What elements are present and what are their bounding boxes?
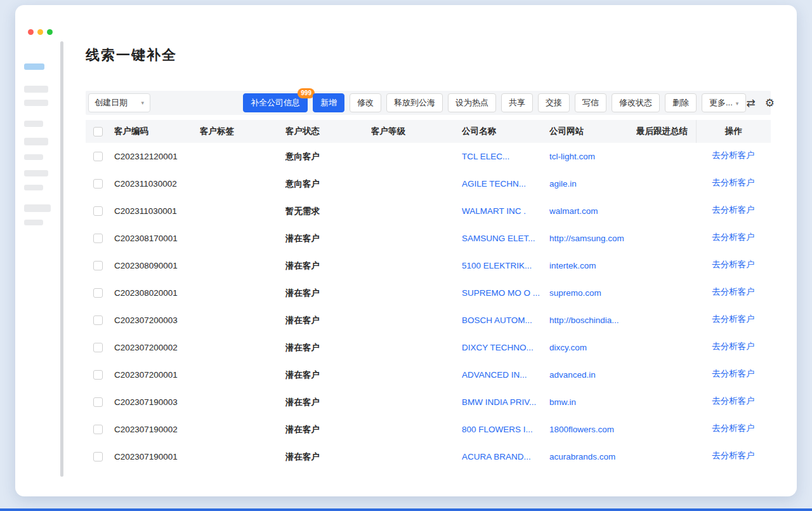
share-button[interactable]: 共享 — [501, 93, 533, 112]
table-row[interactable]: C202307190001 潜在客户 ACURA BRAND... acurab… — [86, 443, 771, 470]
column-header-last-followup: 最后跟进总结 — [636, 126, 696, 137]
company-website-link[interactable]: acurabrands.com — [549, 452, 636, 461]
delete-button[interactable]: 删除 — [665, 93, 697, 112]
table-header: 客户编码 客户标签 客户状态 客户等级 公司名称 公司网站 最后跟进总结 操作 — [86, 120, 771, 143]
table-row[interactable]: C202308090001 潜在客户 5100 ELEKTRIK... inte… — [86, 252, 771, 279]
row-checkbox[interactable] — [93, 261, 103, 270]
analyze-customer-link[interactable]: 去分析客户 — [712, 395, 755, 407]
sidebar-item[interactable] — [24, 185, 43, 190]
company-website-link[interactable]: supremo.com — [549, 288, 636, 298]
sidebar-item[interactable] — [24, 86, 48, 93]
row-checkbox[interactable] — [93, 397, 103, 407]
company-name-link[interactable]: BMW INDIA PRIV... — [462, 397, 549, 407]
company-name-link[interactable]: DIXCY TECHNO... — [462, 343, 549, 352]
analyze-customer-link[interactable]: 去分析客户 — [712, 423, 755, 434]
minimize-window-button[interactable] — [37, 29, 43, 35]
sidebar-item[interactable] — [24, 220, 43, 225]
sidebar-item[interactable] — [24, 204, 51, 212]
company-website-link[interactable]: bmw.in — [549, 397, 636, 407]
complete-company-info-button[interactable]: 补全公司信息 999 — [243, 93, 308, 112]
table-row[interactable]: C202312120001 意向客户 TCL ELEC... tcl-light… — [86, 143, 771, 170]
row-checkbox[interactable] — [93, 288, 103, 298]
company-name-link[interactable]: ACURA BRAND... — [462, 452, 549, 461]
sidebar-item[interactable] — [24, 170, 48, 176]
set-hot-button[interactable]: 设为热点 — [448, 93, 496, 112]
handover-button[interactable]: 交接 — [538, 93, 570, 112]
row-checkbox[interactable] — [93, 152, 103, 161]
table-row[interactable]: C202307200002 潜在客户 DIXCY TECHNO... dixcy… — [86, 334, 771, 361]
company-website-link[interactable]: intertek.com — [549, 261, 636, 270]
row-checkbox[interactable] — [93, 452, 103, 461]
company-name-link[interactable]: TCL ELEC... — [462, 152, 549, 161]
analyze-customer-link[interactable]: 去分析客户 — [712, 450, 755, 461]
close-window-button[interactable] — [28, 29, 34, 35]
customer-code-cell: C202312120001 — [114, 152, 200, 161]
customer-code-cell: C202308090001 — [114, 261, 200, 270]
company-website-link[interactable]: advanced.in — [549, 370, 636, 380]
more-button[interactable]: 更多...▾ — [702, 93, 746, 112]
row-checkbox[interactable] — [93, 234, 103, 243]
analyze-customer-link[interactable]: 去分析客户 — [712, 368, 755, 380]
row-checkbox[interactable] — [93, 343, 103, 352]
company-name-link[interactable]: BOSCH AUTOM... — [462, 315, 549, 325]
company-name-link[interactable]: SUPREMO MO O ... — [462, 288, 549, 298]
company-website-link[interactable]: 1800flowers.com — [549, 425, 636, 434]
date-filter-dropdown[interactable]: 创建日期 ▾ — [88, 93, 150, 112]
analyze-customer-link[interactable]: 去分析客户 — [712, 314, 755, 325]
table-row[interactable]: C202307190003 潜在客户 BMW INDIA PRIV... bmw… — [86, 388, 771, 416]
write-letter-button[interactable]: 写信 — [575, 93, 606, 112]
analyze-customer-link[interactable]: 去分析客户 — [712, 177, 755, 189]
sidebar-item[interactable] — [24, 154, 43, 160]
row-checkbox[interactable] — [93, 206, 103, 216]
gear-icon[interactable]: ⚙ — [765, 98, 775, 109]
row-checkbox[interactable] — [93, 315, 103, 325]
table-row[interactable]: C202311030002 意向客户 AGILE TECHN... agile.… — [86, 170, 771, 197]
modify-button[interactable]: 修改 — [350, 93, 381, 112]
company-website-link[interactable]: tcl-light.com — [549, 152, 636, 161]
window-controls — [28, 29, 53, 35]
table-row[interactable]: C202307200003 潜在客户 BOSCH AUTOM... http:/… — [86, 307, 771, 334]
company-website-link[interactable]: agile.in — [549, 179, 636, 189]
add-button[interactable]: 新增 — [313, 93, 344, 112]
company-name-link[interactable]: 5100 ELEKTRIK... — [462, 261, 549, 270]
table-row[interactable]: C202311030001 暂无需求 WALMART INC . walmart… — [86, 197, 771, 225]
release-to-pool-button[interactable]: 释放到公海 — [386, 93, 443, 112]
analyze-customer-link[interactable]: 去分析客户 — [712, 286, 755, 298]
analyze-customer-link[interactable]: 去分析客户 — [712, 204, 755, 216]
modify-status-button[interactable]: 修改状态 — [612, 93, 660, 112]
company-name-link[interactable]: 800 FLOWERS I... — [462, 425, 549, 434]
customer-status-cell: 潜在客户 — [285, 260, 371, 272]
column-header-customer-status: 客户状态 — [285, 126, 371, 137]
company-name-link[interactable]: AGILE TECHN... — [462, 179, 549, 189]
sidebar-item[interactable] — [24, 138, 48, 145]
zoom-window-button[interactable] — [47, 29, 53, 35]
company-website-link[interactable]: dixcy.com — [549, 343, 636, 352]
customer-code-cell: C202307200003 — [114, 315, 200, 325]
sidebar-active-item[interactable] — [24, 63, 44, 70]
analyze-customer-link[interactable]: 去分析客户 — [712, 232, 755, 243]
analyze-customer-link[interactable]: 去分析客户 — [712, 259, 755, 270]
analyze-customer-link[interactable]: 去分析客户 — [712, 150, 755, 161]
company-website-link[interactable]: http://samsung.com — [549, 234, 636, 243]
notification-badge: 999 — [298, 88, 315, 98]
company-name-link[interactable]: WALMART INC . — [462, 206, 549, 216]
table-row[interactable]: C202308020001 潜在客户 SUPREMO MO O ... supr… — [86, 279, 771, 307]
customer-status-cell: 潜在客户 — [285, 369, 371, 381]
select-all-checkbox[interactable] — [93, 127, 103, 136]
table-row[interactable]: C202308170001 潜在客户 SAMSUNG ELET... http:… — [86, 225, 771, 252]
row-checkbox[interactable] — [93, 179, 103, 189]
table-row[interactable]: C202307200001 潜在客户 ADVANCED IN... advanc… — [86, 361, 771, 388]
sidebar-item[interactable] — [24, 100, 48, 106]
customer-code-cell: C202311030002 — [114, 179, 200, 189]
analyze-customer-link[interactable]: 去分析客户 — [712, 341, 755, 352]
sidebar-item[interactable] — [24, 121, 43, 127]
transfer-icon[interactable]: ⇄ — [746, 98, 755, 109]
company-name-link[interactable]: ADVANCED IN... — [462, 370, 549, 380]
company-website-link[interactable]: http://boschindia... — [549, 315, 636, 325]
row-checkbox[interactable] — [93, 425, 103, 434]
table-row[interactable]: C202307190002 潜在客户 800 FLOWERS I... 1800… — [86, 416, 771, 443]
company-website-link[interactable]: walmart.com — [549, 206, 636, 216]
company-name-link[interactable]: SAMSUNG ELET... — [462, 234, 549, 243]
vertical-scrollbar[interactable] — [60, 41, 63, 477]
row-checkbox[interactable] — [93, 370, 103, 380]
